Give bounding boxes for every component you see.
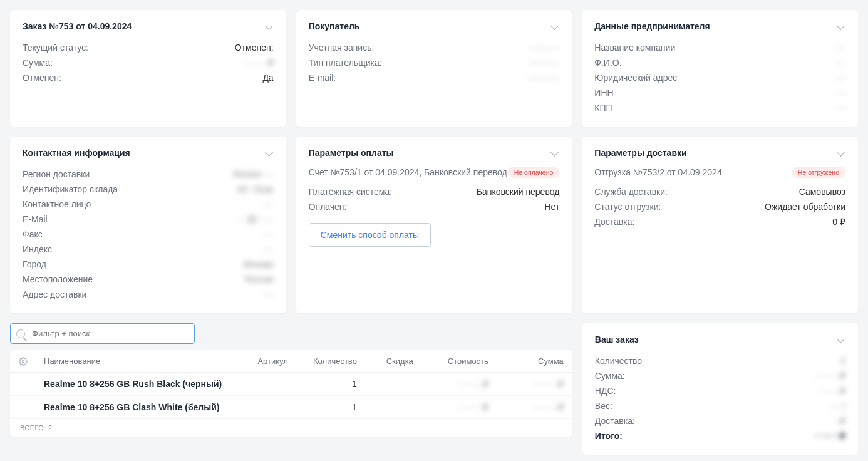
kv-value: ···· [264,289,274,299]
kv-row: Вес:···· г [595,398,845,413]
kv-value: Отменен: [235,43,274,53]
kv-row: Доставка:· ₽ [595,413,845,428]
kv-label: Юридический адрес [594,73,677,83]
gear-icon[interactable] [19,357,28,366]
kv-label: Сумма: [595,371,625,381]
table-footer-count: 2 [48,424,53,432]
item-name: Realme 10 8+256 GB Rush Black (черный) [44,379,232,389]
kv-label: Статус отгрузки: [594,202,661,212]
kv-label: Количество [595,356,642,366]
kv-label: Контактное лицо [23,199,91,209]
shipping-card: Параметры доставки Отгрузка №753/2 от 04… [582,137,858,313]
kv-row: МестоположениеРоссия [23,272,274,287]
th-discount: Скидка [357,356,413,366]
th-qty: Количество [288,356,357,366]
kv-row: Сумма:·· ··· ·· ₽ [23,55,274,70]
kv-value: ···· [835,73,845,83]
kv-label: Ф.И.О. [594,58,621,68]
payment-subline: Счет №753/1 от 04.09.2024, Банковский пе… [309,167,507,177]
kv-row: Служба доставки:Самовывоз [594,184,845,199]
payment-title: Параметры оплаты [309,148,394,158]
th-name: Наименование [44,356,232,366]
th-sku: Артикул [232,356,288,366]
kv-row: Учетная запись:············· [309,40,560,55]
kv-row: Юридический адрес···· [594,70,845,85]
kv-value: ····@····.·· [238,214,274,224]
kv-value: 0 ₽ [832,217,845,227]
kv-label: Доставка: [594,217,634,227]
kv-value: Самовывоз [799,187,845,197]
kv-value: Нет [544,202,559,212]
table-row[interactable]: Realme 10 8+256 GB Rush Black (черный)1·… [10,373,572,396]
kv-label: E-mail: [309,73,336,83]
kv-row: Платёжная система:Банковский перевод [309,184,560,199]
payment-badge: Не оплачено [508,167,560,178]
kv-value: ···· [835,58,845,68]
kv-row: Отменен:Да [23,70,274,85]
change-payment-button[interactable]: Сменить способ оплаты [309,223,431,247]
kv-label: Текущий статус: [23,43,88,53]
summary-total-value: ·· ··· ·· ₽ [815,431,845,441]
kv-value: ·· ··· ·· ₽ [815,371,845,381]
kv-label: Тип плательщика: [309,58,382,68]
shipping-subline: Отгрузка №753/2 от 04.09.2024 [594,167,721,177]
kv-label: Город [23,259,46,269]
kv-label: Платёжная система: [309,187,392,197]
order-title: Заказ №753 от 04.09.2024 [23,21,132,31]
kv-label: Отменен: [23,73,61,83]
kv-label: Сумма: [23,58,53,68]
chevron-down-icon[interactable] [837,22,845,31]
kv-value: ···· г [830,401,845,411]
table-row[interactable]: Realme 10 8+256 GB Clash White (белый)1·… [10,396,572,419]
kv-row: Контактное лицо···· [23,197,274,212]
item-name: Realme 10 8+256 GB Clash White (белый) [44,402,232,412]
contact-card: Контактная информация Регион доставкиРег… [10,137,286,313]
kv-label: Учетная запись: [309,43,375,53]
kv-label: Адрес доставки [23,289,86,299]
kv-label: Вес: [595,401,612,411]
kv-value: ············· [528,43,560,53]
kv-label: Служба доставки: [594,187,668,197]
kv-label: Факс [23,229,43,239]
kv-row: ИНН···· [594,85,845,100]
kv-row: Доставка:0 ₽ [594,214,845,229]
item-qty: 1 [288,402,357,412]
chevron-down-icon[interactable] [550,148,559,157]
order-card: Заказ №753 от 04.09.2024 Текущий статус:… [10,10,286,127]
chevron-down-icon[interactable] [837,148,845,157]
buyer-title: Покупатель [309,21,360,31]
kv-label: Регион доставки [23,169,90,179]
kv-value: ············· [528,73,560,83]
kv-value: · ₽ [835,416,845,426]
chevron-down-icon[interactable] [265,22,274,31]
th-price: Стоимость [413,356,488,366]
kv-row: Сумма:·· ··· ·· ₽ [595,368,845,383]
entrepreneur-card: Данные предпринимателя Название компании… [582,10,858,127]
kv-row: Оплачен:Нет [309,199,560,214]
shipping-title: Параметры доставки [594,148,686,158]
chevron-down-icon[interactable] [550,22,559,31]
kv-label: КПП [594,103,612,113]
kv-row: Адрес доставки···· [23,287,274,302]
kv-value: Да [262,73,273,83]
kv-row: Статус отгрузки:Ожидает обработки [594,199,845,214]
kv-value: ···· [264,199,274,209]
kv-label: Местоположение [23,274,93,284]
kv-row: Факс···· [23,227,274,242]
kv-row: Индекс···· [23,242,274,257]
th-sum: Сумма [488,356,564,366]
chevron-down-icon[interactable] [265,148,274,157]
kv-row: Текущий статус:Отменен: [23,40,274,55]
kv-label: Идентификатор склада [23,184,118,194]
kv-label: Оплачен: [309,202,347,212]
search-input[interactable] [10,323,195,344]
kv-value: Москва [244,259,274,269]
item-qty: 1 [288,379,357,389]
contact-title: Контактная информация [23,148,130,158]
kv-row: Количество2 [595,353,845,368]
kv-value: Банковский перевод [477,187,560,197]
kv-value: ···· [264,244,274,254]
chevron-down-icon[interactable] [837,335,845,344]
kv-row: Регион доставкиРегион ···· [23,167,274,182]
entrepreneur-title: Данные предпринимателя [594,21,710,31]
